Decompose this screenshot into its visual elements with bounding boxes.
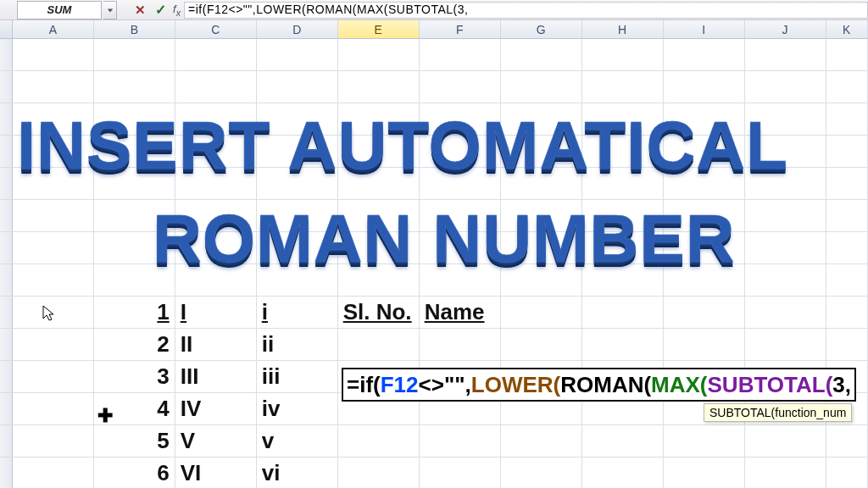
cell[interactable]: V — [175, 425, 257, 458]
col-header-h[interactable]: H — [582, 20, 664, 38]
select-all-corner[interactable] — [0, 20, 13, 38]
cell[interactable]: 1 — [94, 297, 175, 329]
pointer-cursor-icon — [42, 305, 56, 322]
cell[interactable]: VI — [175, 458, 257, 488]
spreadsheet-grid[interactable]: INSERT AUTOMATICAL ROMAN NUMBER 1 I i Sl… — [0, 39, 868, 488]
cell[interactable]: iii — [257, 361, 338, 393]
table-header-row: 1 I i Sl. No. Name — [0, 297, 868, 329]
cell[interactable]: iv — [257, 393, 338, 425]
table-row: 6 VI vi — [0, 458, 868, 488]
cell[interactable]: I — [175, 297, 257, 329]
cell[interactable]: vi — [257, 458, 338, 488]
col-header-j[interactable]: J — [745, 20, 826, 38]
function-tooltip: SUBTOTAL(function_num — [704, 403, 852, 422]
header-name[interactable]: Name — [420, 297, 501, 329]
cell[interactable]: IV — [175, 393, 257, 425]
cell[interactable]: 5 — [94, 425, 175, 458]
cell-cursor-icon: ✚ — [97, 405, 113, 427]
col-header-a[interactable]: A — [13, 20, 94, 38]
table-row: 5 V v — [0, 425, 868, 458]
formula-input[interactable]: =if(F12<>"",LOWER(ROMAN(MAX(SUBTOTAL(3, — [184, 2, 868, 19]
editing-cell[interactable] — [338, 329, 420, 361]
name-box[interactable]: SUM — [17, 1, 102, 19]
table-row: 2 II ii — [0, 329, 868, 361]
cell[interactable]: III — [175, 361, 257, 393]
col-header-f[interactable]: F — [420, 20, 501, 38]
col-header-i[interactable]: I — [664, 20, 745, 38]
col-header-d[interactable]: D — [257, 20, 338, 38]
cell[interactable]: 2 — [94, 329, 175, 361]
col-header-g[interactable]: G — [501, 20, 582, 38]
accept-icon[interactable]: ✓ — [151, 2, 170, 19]
name-box-dropdown[interactable] — [103, 1, 117, 19]
col-header-b[interactable]: B — [94, 20, 175, 38]
cancel-icon[interactable]: ✕ — [131, 2, 149, 19]
cell-editor[interactable]: =if(F12<>"",LOWER(ROMAN(MAX(SUBTOTAL(3, — [342, 368, 856, 402]
cell[interactable]: II — [175, 329, 257, 361]
col-header-k[interactable]: K — [826, 20, 868, 38]
header-slno[interactable]: Sl. No. — [338, 297, 420, 329]
cell[interactable]: i — [257, 297, 338, 329]
cell[interactable]: 3 — [94, 361, 175, 393]
cell[interactable]: ii — [257, 329, 338, 361]
cell[interactable]: v — [257, 425, 338, 458]
col-header-e[interactable]: E — [338, 20, 420, 38]
column-headers: A B C D E F G H I J K — [0, 20, 868, 39]
col-header-c[interactable]: C — [175, 20, 257, 38]
formula-bar: SUM ✕ ✓ fx =if(F12<>"",LOWER(ROMAN(MAX(S… — [0, 0, 868, 20]
fx-icon[interactable]: fx — [173, 3, 181, 18]
cell[interactable]: 6 — [94, 458, 175, 488]
